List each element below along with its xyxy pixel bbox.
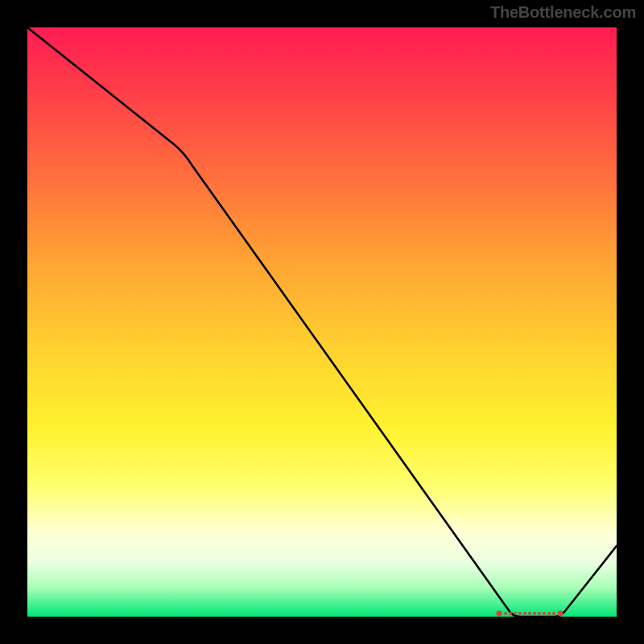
valley-marker-group <box>497 611 564 617</box>
marker-dot-end-left <box>497 611 502 617</box>
marker-dot <box>552 612 555 615</box>
marker-dot <box>518 612 522 615</box>
marker-dot <box>538 612 541 615</box>
marker-dot <box>514 612 517 615</box>
chart-svg <box>27 27 617 617</box>
marker-dot <box>547 612 551 615</box>
marker-dot-end-right <box>558 611 564 617</box>
marker-dot <box>528 612 531 615</box>
bottleneck-curve-path <box>27 27 617 617</box>
marker-dot <box>533 612 536 615</box>
marker-dot <box>543 612 546 615</box>
marker-dot <box>509 612 512 615</box>
watermark-text: TheBottleneck.com <box>490 3 636 22</box>
chart-frame: TheBottleneck.com <box>0 0 644 644</box>
marker-dot <box>504 612 507 615</box>
plot-area <box>27 27 617 617</box>
marker-dot <box>523 612 526 615</box>
